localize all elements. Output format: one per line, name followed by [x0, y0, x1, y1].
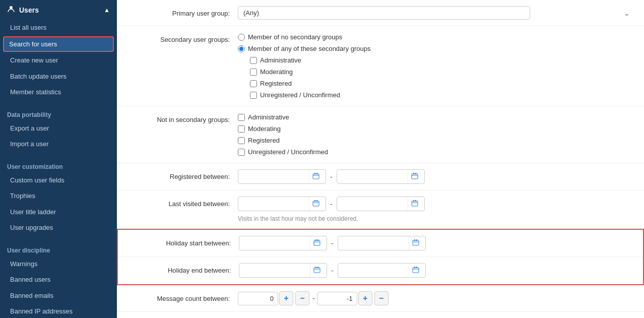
nisg-registered-label: Registered [248, 137, 280, 144]
data-portability-label: Data portability [0, 104, 117, 120]
holiday-start-to-input[interactable] [338, 237, 409, 249]
sidebar-item-banned-ip-addresses[interactable]: Banned IP addresses [0, 303, 117, 318]
holiday-end-between-label: Holiday end between: [128, 263, 239, 275]
holiday-start-between-row: Holiday start between: - [118, 230, 643, 257]
svg-rect-8 [415, 173, 416, 174]
nisg-moderating: Moderating [238, 124, 634, 134]
holiday-end-to-input[interactable] [338, 264, 409, 277]
holiday-end-from-input[interactable] [239, 264, 310, 277]
last-visited-from-input[interactable] [238, 198, 309, 210]
radio-any-secondary-label: Member of any of these secondary groups [248, 45, 371, 52]
holiday-end-to-calendar-icon[interactable] [409, 264, 422, 277]
holiday-start-from-calendar-icon[interactable] [310, 236, 324, 250]
sidebar-item-list-all-users[interactable]: List all users [0, 20, 117, 36]
svg-rect-18 [413, 240, 419, 245]
secondary-checkbox-moderating-input[interactable] [250, 69, 257, 76]
svg-rect-11 [316, 200, 317, 202]
nisg-unregistered: Unregistered / Unconfirmed [238, 147, 634, 157]
message-count-to-decrement-button[interactable]: − [374, 291, 389, 305]
last-visited-between-label: Last visited between: [127, 197, 238, 209]
last-visited-to-input[interactable] [337, 198, 408, 210]
registered-from-wrapper [238, 169, 326, 184]
message-count-to-input[interactable] [317, 292, 357, 305]
secondary-checkbox-unregistered-input[interactable] [250, 92, 257, 99]
svg-point-0 [10, 6, 13, 9]
message-count-to-increment-button[interactable]: + [358, 291, 372, 305]
sidebar-item-search-for-users[interactable]: Search for users [3, 36, 114, 52]
message-count-from-input[interactable] [238, 292, 278, 305]
sidebar-item-banned-emails[interactable]: Banned emails [0, 288, 117, 304]
nisg-registered: Registered [238, 136, 634, 145]
svg-rect-15 [314, 240, 320, 245]
holiday-start-from-wrapper [239, 236, 327, 250]
secondary-checkbox-moderating: Moderating [238, 67, 634, 77]
sidebar-item-custom-user-fields[interactable]: Custom user fields [0, 172, 117, 188]
secondary-checkbox-administrative-input[interactable] [250, 57, 257, 64]
holiday-section: Holiday start between: - [117, 229, 644, 285]
message-count-from-decrement-button[interactable]: − [295, 291, 309, 305]
registered-from-calendar-icon[interactable] [309, 170, 323, 183]
svg-rect-26 [416, 267, 417, 268]
svg-rect-20 [416, 239, 417, 241]
select-arrow-icon: ⌄ [624, 9, 630, 17]
registered-to-wrapper [337, 169, 425, 184]
svg-rect-9 [313, 201, 319, 206]
primary-user-group-control: (Any) Administrative Moderating Register… [238, 6, 634, 20]
radio-no-secondary-input[interactable] [238, 34, 245, 41]
user-customization-label: User customization [0, 156, 117, 172]
users-section-label: Users [19, 6, 104, 14]
last-visited-to-calendar-icon[interactable] [408, 197, 421, 211]
sidebar-item-user-upgrades[interactable]: User upgrades [0, 220, 117, 236]
nisg-unregistered-label: Unregistered / Unconfirmed [248, 148, 328, 156]
svg-rect-16 [315, 239, 316, 241]
secondary-checkbox-registered-input[interactable] [250, 80, 257, 87]
sidebar-item-banned-users[interactable]: Banned users [0, 272, 117, 288]
radio-any-secondary-input[interactable] [238, 45, 245, 52]
sidebar-item-batch-update-users[interactable]: Batch update users [0, 69, 117, 85]
user-discipline-label: User discipline [0, 240, 117, 256]
sidebar-item-create-new-user[interactable]: Create new user [0, 52, 117, 69]
nisg-administrative-label: Administrative [248, 113, 289, 121]
sidebar-users-section[interactable]: Users ▲ [0, 0, 117, 20]
users-icon [7, 5, 15, 15]
svg-rect-10 [314, 200, 315, 202]
secondary-checkbox-registered: Registered [238, 79, 634, 88]
primary-user-group-select[interactable]: (Any) Administrative Moderating Register… [238, 6, 530, 20]
registered-between-label: Registered between: [127, 169, 238, 181]
sidebar-item-user-title-ladder[interactable]: User title ladder [0, 204, 117, 220]
holiday-start-from-input[interactable] [239, 237, 310, 249]
holiday-start-to-wrapper [338, 236, 426, 250]
last-visited-help-text: Visits in the last hour may not be consi… [238, 215, 634, 222]
nisg-registered-input[interactable] [238, 137, 245, 144]
last-visited-range: - [238, 197, 634, 211]
secondary-user-groups-label: Secondary user groups: [127, 32, 238, 44]
secondary-checkbox-unregistered: Unregistered / Unconfirmed [238, 90, 634, 100]
nisg-moderating-input[interactable] [238, 125, 245, 133]
message-count-stepper: + − - + − [238, 291, 634, 305]
sidebar-item-import-a-user[interactable]: Import a user [0, 136, 117, 152]
not-in-secondary-groups-row: Not in secondary groups: Administrative … [117, 106, 644, 163]
svg-rect-5 [316, 173, 317, 174]
holiday-end-from-calendar-icon[interactable] [310, 264, 324, 277]
message-count-from-increment-button[interactable]: + [279, 291, 293, 305]
holiday-start-to-calendar-icon[interactable] [409, 236, 422, 250]
holiday-start-range: - [239, 236, 633, 250]
secondary-user-groups-row: Secondary user groups: Member of no seco… [117, 26, 644, 106]
last-visited-from-calendar-icon[interactable] [309, 197, 323, 211]
registered-to-input[interactable] [337, 170, 408, 183]
sidebar-item-member-statistics[interactable]: Member statistics [0, 84, 117, 100]
svg-rect-7 [413, 173, 414, 174]
nisg-unregistered-input[interactable] [238, 149, 245, 156]
sidebar-item-warnings[interactable]: Warnings [0, 256, 117, 272]
holiday-start-dash: - [330, 239, 335, 247]
registered-to-calendar-icon[interactable] [408, 170, 421, 183]
sidebar-item-trophies[interactable]: Trophies [0, 188, 117, 204]
nisg-administrative-input[interactable] [238, 114, 245, 121]
svg-rect-25 [414, 267, 415, 268]
not-in-secondary-groups-control: Administrative Moderating Registered Unr… [238, 112, 634, 157]
registered-from-input[interactable] [238, 170, 309, 183]
users-chevron-icon: ▲ [104, 7, 110, 14]
sidebar-item-export-a-user[interactable]: Export a user [0, 120, 117, 137]
holiday-end-dash: - [330, 267, 335, 275]
holiday-end-to-wrapper [338, 263, 426, 278]
